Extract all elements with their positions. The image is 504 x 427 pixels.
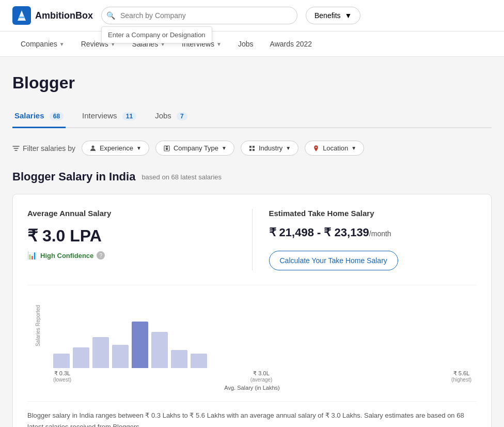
confidence-row: 📊 High Confidence ? (27, 251, 235, 260)
benefits-label: Benefits (314, 11, 341, 20)
chevron-down-icon: ▼ (222, 145, 227, 151)
svg-rect-10 (249, 149, 251, 151)
svg-point-12 (316, 146, 317, 147)
takehome-range: ₹ 21,498 - ₹ 23,139/month (269, 226, 477, 239)
card-columns: Average Annual Salary ₹ 3.0 LPA 📊 High C… (27, 209, 477, 270)
x-label-highest: ₹ 5.6L (highest) (451, 370, 471, 383)
tab-interviews[interactable]: Interviews 11 (80, 105, 138, 128)
filter-location[interactable]: Location ▼ (305, 141, 364, 156)
search-icon: 🔍 (106, 11, 115, 20)
svg-rect-11 (253, 149, 255, 151)
filter-industry[interactable]: Industry ▼ (241, 141, 298, 156)
salaries-count-badge: 68 (50, 112, 64, 120)
x-label-lowest: ₹ 0.3L (lowest) (53, 370, 71, 383)
bars-group (53, 316, 207, 368)
chevron-down-icon: ▼ (136, 145, 141, 151)
search-input[interactable] (101, 7, 297, 24)
filter-experience[interactable]: Experience ▼ (82, 141, 149, 156)
bar-3 (92, 337, 109, 368)
person-icon (89, 145, 97, 152)
bar-5-highlight (132, 322, 148, 368)
bar-8 (191, 354, 207, 368)
tabs-bar: Salaries 68 Interviews 11 Jobs 7 (12, 105, 492, 128)
x-label-average: ₹ 3.0L (average) (250, 370, 273, 383)
main-nav: Companies ▼ Reviews ▼ Salaries ▼ Intervi… (0, 32, 504, 57)
per-month-label: /month (369, 230, 391, 238)
bar-7 (171, 350, 187, 368)
bar-4 (112, 345, 129, 368)
svg-rect-2 (19, 17, 25, 18)
x-axis-title: Avg. Salary (in Lakhs) (27, 385, 477, 391)
building-icon (163, 145, 170, 152)
svg-rect-9 (253, 146, 255, 148)
filters-bar: Filter salaries by Experience ▼ Company … (12, 141, 492, 156)
svg-rect-7 (166, 146, 168, 147)
salary-card: Average Annual Salary ₹ 3.0 LPA 📊 High C… (12, 194, 492, 427)
x-labels-row: ₹ 0.3L (lowest) ₹ 3.0L (average) ₹ 5.6L … (27, 370, 477, 383)
filter-label: Filter salaries by (12, 144, 75, 152)
logo-link[interactable]: AmbitionBox (12, 6, 93, 25)
chevron-down-icon: ▼ (351, 145, 356, 151)
tab-salaries[interactable]: Salaries 68 (12, 105, 66, 128)
y-axis-label: Salaries Reported (35, 305, 41, 346)
header: AmbitionBox 🔍 Enter a Company or Designa… (0, 0, 504, 32)
search-wrapper: 🔍 Enter a Company or Designation (101, 7, 297, 24)
info-icon[interactable]: ? (97, 251, 105, 260)
salary-heading: Blogger Salary in India based on 68 late… (12, 170, 492, 184)
bar-1 (53, 354, 70, 368)
tab-jobs[interactable]: Jobs 7 (153, 105, 190, 128)
search-tooltip: Enter a Company or Designation (101, 26, 212, 43)
interviews-count-badge: 11 (122, 112, 136, 120)
salary-subtext: based on 68 latest salaries (141, 173, 222, 181)
benefits-button[interactable]: Benefits ▼ (306, 7, 360, 24)
filter-company-type[interactable]: Company Type ▼ (155, 141, 234, 156)
chart-bar-icon: 📊 (27, 251, 37, 260)
bar-chart-container: Salaries Reported ₹ 0.3L ( (27, 285, 477, 391)
calculate-takehome-button[interactable]: Calculate Your Take Home Salary (269, 251, 398, 270)
nav-item-jobs[interactable]: Jobs (230, 32, 262, 56)
salary-description: Blogger salary in India ranges between ₹… (27, 401, 477, 427)
svg-rect-6 (167, 148, 168, 150)
card-left: Average Annual Salary ₹ 3.0 LPA 📊 High C… (27, 209, 253, 270)
confidence-label: High Confidence (40, 252, 93, 260)
company-title: Blogger (12, 73, 492, 93)
svg-rect-8 (249, 146, 251, 148)
svg-point-3 (91, 145, 94, 148)
chevron-down-icon: ▼ (345, 11, 352, 20)
chevron-down-icon: ▼ (216, 41, 222, 47)
bar-2 (73, 347, 89, 368)
card-right: Estimated Take Home Salary ₹ 21,498 - ₹ … (253, 209, 477, 270)
nav-item-awards[interactable]: Awards 2022 (262, 32, 320, 56)
grid-icon (248, 145, 256, 152)
nav-item-companies[interactable]: Companies ▼ (12, 32, 73, 56)
avg-salary-value: ₹ 3.0 LPA (27, 226, 235, 246)
logo-icon (12, 6, 31, 25)
bar-6 (151, 332, 168, 368)
takehome-label: Estimated Take Home Salary (269, 209, 477, 218)
avg-salary-label: Average Annual Salary (27, 209, 235, 218)
logo-text: AmbitionBox (35, 10, 93, 21)
location-pin-icon (312, 145, 320, 152)
chevron-down-icon: ▼ (59, 41, 65, 47)
filter-icon (12, 145, 20, 152)
main-content: Blogger Salaries 68 Interviews 11 Jobs 7… (0, 57, 504, 427)
chevron-down-icon: ▼ (286, 145, 291, 151)
jobs-count-badge: 7 (177, 112, 187, 120)
svg-rect-5 (166, 148, 167, 150)
